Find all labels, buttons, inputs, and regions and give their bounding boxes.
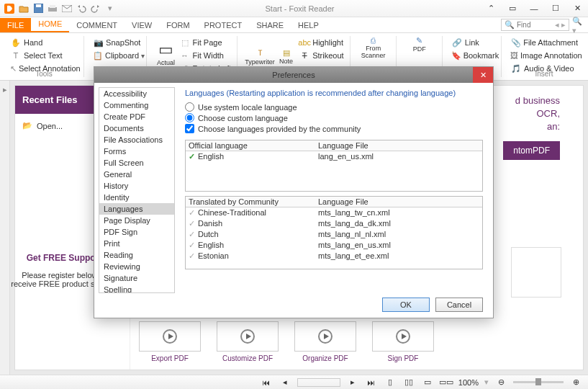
- bookmark-tool[interactable]: 🔖Bookmark: [450, 49, 497, 62]
- nav-toggle-icon[interactable]: ▸: [3, 85, 7, 94]
- category-item[interactable]: Create PDF: [99, 111, 174, 122]
- category-item[interactable]: File Associations: [99, 134, 174, 146]
- next-page-icon[interactable]: ▸: [346, 377, 359, 388]
- fit-page-tool[interactable]: ⬚Fit Page: [178, 36, 233, 49]
- table-row[interactable]: ✓Dutchmts_lang_nl_nl.xml: [186, 229, 482, 240]
- dialog-close-button[interactable]: ✕: [473, 67, 493, 83]
- pdf-sign-tool[interactable]: ✎PDF: [404, 36, 435, 53]
- tab-home[interactable]: HOME: [31, 17, 69, 32]
- ribbon-toggle-icon[interactable]: ⌃: [483, 3, 499, 14]
- open-icon[interactable]: [17, 2, 30, 15]
- redo-icon[interactable]: [89, 2, 102, 15]
- ok-button[interactable]: OK: [382, 298, 430, 312]
- category-item[interactable]: Commenting: [99, 99, 174, 111]
- category-list[interactable]: AccessibilityCommentingCreate PDFDocumen…: [99, 87, 175, 293]
- hand-tool[interactable]: ✋Hand: [9, 36, 79, 49]
- find-next-icon[interactable]: ▸: [561, 20, 566, 30]
- tab-view[interactable]: VIEW: [125, 18, 159, 32]
- image-annotation-tool[interactable]: 🖼Image Annotation: [509, 49, 579, 62]
- fit-width-tool[interactable]: ↔Fit Width: [178, 49, 233, 62]
- zoom-in-icon[interactable]: ⊕: [569, 377, 582, 388]
- last-page-icon[interactable]: ⏭: [365, 377, 378, 388]
- radio-custom-language[interactable]: Choose custom language: [185, 112, 483, 123]
- save-icon[interactable]: [32, 2, 45, 15]
- find-prev-icon[interactable]: ◂: [555, 20, 559, 30]
- find-box[interactable]: 🔍 ◂ ▸: [501, 19, 569, 31]
- group-tools: ✋Hand ᎢSelect Text ↖Select Annotation To…: [4, 36, 84, 77]
- first-page-icon[interactable]: ⏮: [260, 377, 273, 388]
- tab-file[interactable]: FILE: [0, 18, 31, 32]
- tab-share[interactable]: SHARE: [249, 18, 291, 32]
- zoom-slider[interactable]: [513, 381, 564, 383]
- close-window-icon[interactable]: ✕: [569, 3, 585, 14]
- attachment-icon: 📎: [510, 37, 521, 48]
- category-item[interactable]: Reading: [99, 249, 174, 261]
- select-text-tool[interactable]: ᎢSelect Text: [9, 49, 79, 62]
- radio-system-locale[interactable]: Use system locale language: [185, 102, 483, 112]
- email-icon[interactable]: [60, 2, 73, 15]
- strikeout-tool[interactable]: TStrikeout: [297, 49, 345, 62]
- table-row[interactable]: ✓Englishmts_lang_en_us.xml: [186, 240, 482, 251]
- category-item[interactable]: PDF Sign: [99, 226, 174, 238]
- download-phantompdf-button[interactable]: ntomPDF: [503, 141, 560, 160]
- zoom-out-icon[interactable]: ⊖: [494, 377, 507, 388]
- qat-dropdown-icon[interactable]: ▾: [104, 2, 117, 15]
- help-icon[interactable]: ▭: [505, 3, 520, 14]
- category-item[interactable]: Forms: [99, 146, 174, 157]
- from-scanner-tool[interactable]: ⎙From Scanner: [358, 36, 389, 59]
- link-tool[interactable]: 🔗Link: [450, 36, 497, 49]
- category-item[interactable]: Spelling: [99, 284, 174, 293]
- tab-form[interactable]: FORM: [159, 18, 196, 32]
- category-item[interactable]: Languages: [99, 203, 174, 215]
- thumb-sign[interactable]: Sign PDF: [371, 321, 435, 362]
- snapshot-tool[interactable]: 📷SnapShot: [91, 36, 142, 49]
- facing-icon[interactable]: ▭: [421, 377, 434, 388]
- app-icon[interactable]: [3, 2, 16, 15]
- highlight-tool[interactable]: abcHighlight: [297, 36, 345, 49]
- clipboard-tool[interactable]: 📋Clipboard ▾: [91, 49, 142, 62]
- table-row[interactable]: ✓Chinese-Traditionalmts_lang_tw_cn.xml: [186, 207, 482, 218]
- category-item[interactable]: Page Display: [99, 215, 174, 226]
- page-input[interactable]: [297, 378, 340, 387]
- category-item[interactable]: Full Screen: [99, 157, 174, 169]
- continuous-facing-icon[interactable]: ▭▭: [440, 377, 453, 388]
- official-language-table[interactable]: Official languageLanguage File ✓Englishl…: [185, 140, 483, 192]
- radio-input[interactable]: [185, 113, 194, 122]
- checkbox-community[interactable]: Choose languages provided by the communi…: [185, 123, 483, 134]
- category-item[interactable]: Accessibility: [99, 88, 174, 99]
- advanced-search-icon[interactable]: 🔍▾: [572, 19, 585, 32]
- cancel-button[interactable]: Cancel: [435, 298, 483, 312]
- category-item[interactable]: Reviewing: [99, 261, 174, 272]
- radio-input[interactable]: [185, 102, 194, 112]
- checkbox-input[interactable]: [185, 124, 194, 133]
- table-row[interactable]: ✓Estonianmts_lang_et_ee.xml: [186, 251, 482, 261]
- table-row[interactable]: ✓Englishlang_en_us.xml: [186, 151, 482, 162]
- category-item[interactable]: Signature: [99, 272, 174, 284]
- category-item[interactable]: Identity: [99, 192, 174, 203]
- link-label: Link: [465, 38, 479, 47]
- tab-comment[interactable]: COMMENT: [69, 18, 125, 32]
- single-page-icon[interactable]: ▯: [384, 377, 397, 388]
- preferences-dialog: Preferences ✕ AccessibilityCommentingCre…: [94, 66, 494, 318]
- continuous-icon[interactable]: ▯▯: [402, 377, 415, 388]
- thumb-organize[interactable]: Organize PDF: [293, 321, 358, 362]
- community-language-table[interactable]: Translated by CommunityLanguage File ✓Ch…: [185, 196, 483, 269]
- table-row[interactable]: ✓Danishmts_lang_da_dk.xml: [186, 218, 482, 229]
- zoom-dropdown-icon[interactable]: ▾: [484, 377, 489, 387]
- category-item[interactable]: History: [99, 180, 174, 192]
- tab-protect[interactable]: PROTECT: [197, 18, 250, 32]
- category-item[interactable]: Documents: [99, 122, 174, 134]
- print-icon[interactable]: [46, 2, 59, 15]
- svg-rect-3: [48, 7, 57, 12]
- undo-icon[interactable]: [75, 2, 88, 15]
- prev-page-icon[interactable]: ◂: [279, 377, 291, 388]
- category-item[interactable]: General: [99, 169, 174, 180]
- minimize-icon[interactable]: —: [526, 3, 542, 14]
- thumb-export[interactable]: Export PDF: [137, 321, 202, 362]
- file-attachment-tool[interactable]: 📎File Attachment: [509, 36, 579, 49]
- thumb-customize[interactable]: Customize PDF: [215, 321, 280, 362]
- tab-help[interactable]: HELP: [291, 18, 326, 32]
- maximize-icon[interactable]: ☐: [548, 3, 564, 14]
- category-item[interactable]: Print: [99, 238, 174, 249]
- find-input[interactable]: [517, 21, 553, 29]
